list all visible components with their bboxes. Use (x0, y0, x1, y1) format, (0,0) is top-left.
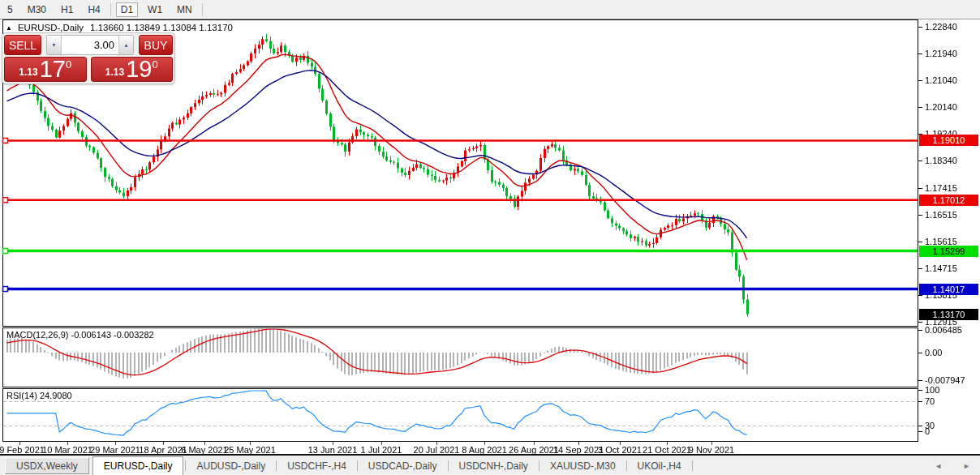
date-axis-label: 6 May 2021 (181, 445, 227, 455)
sell-price-superscript: 0 (66, 59, 71, 70)
price-axis-label: 1.20140 (925, 102, 957, 112)
tab-xauusd-m30[interactable]: XAUUSD-,M30 (539, 456, 626, 475)
timeframe-button-w1[interactable]: W1 (143, 2, 167, 17)
rsi-axis-label: 70 (925, 396, 935, 406)
timeframe-button-5[interactable]: 5 (2, 2, 18, 17)
tab-scroll-left-icon[interactable]: ◄ (935, 462, 942, 470)
buy-button[interactable]: BUY (139, 35, 173, 55)
date-axis-label: 3 Oct 2021 (598, 445, 642, 455)
collapse-triangle-icon[interactable]: ▲ (6, 24, 12, 32)
rsi-indicator-label: RSI(14) 24.9080 (6, 391, 72, 400)
rsi-axis-label: 0 (925, 426, 930, 436)
macd-axis-label: -0.007947 (925, 375, 965, 385)
timeframe-button-h1[interactable]: H1 (56, 2, 78, 17)
buy-price-superscript: 0 (152, 59, 157, 70)
price-axis-label: 1.14715 (925, 263, 957, 273)
tab-usdchf-h4[interactable]: USDCHF-,H4 (277, 456, 357, 475)
level-price-tag: 1.17012 (919, 195, 978, 206)
price-axis-label: 1.16515 (925, 210, 957, 220)
tab-audusd-daily[interactable]: AUDUSD-,Daily (186, 456, 276, 475)
price-axis-label: 1.22840 (925, 22, 957, 32)
price-axis-label: 1.21040 (925, 75, 957, 85)
date-axis-label: 25 May 2021 (224, 445, 276, 455)
sell-button[interactable]: SELL (4, 35, 41, 55)
date-axis-label: 29 Mar 2021 (90, 445, 140, 455)
timeframe-button-d1[interactable]: D1 (116, 2, 138, 17)
buy-price-prefix: 1.13 (105, 64, 124, 80)
date-axis-label: 18 Apr 2021 (139, 445, 187, 455)
current-price-tag: 1.13170 (919, 309, 978, 320)
date-axis-label: 13 Jun 2021 (308, 445, 358, 455)
date-axis-label: 21 Oct 2021 (643, 445, 691, 455)
buy-price-digits: 19 (126, 58, 152, 80)
price-axis-label: 1.21940 (925, 49, 957, 58)
arrow-up-icon: ▲ (123, 42, 129, 48)
date-axis-label: 8 Aug 2021 (462, 445, 507, 455)
volume-increase-button[interactable]: ▲ (118, 36, 133, 54)
tab-scroll-right-icon[interactable]: ► (963, 462, 970, 470)
price-axis-label: 1.18340 (925, 156, 957, 165)
tab-eurusd-daily[interactable]: EURUSD-,Daily (92, 456, 184, 475)
tab-usdcad-daily[interactable]: USDCAD-,Daily (358, 456, 448, 475)
rsi-axis-label: 100 (925, 385, 939, 395)
macd-axis-label: 0.00 (925, 348, 942, 357)
chart-ohlc-values: 1.13660 1.13849 1.13084 1.13170 (90, 23, 233, 32)
tab-ukoil-h4[interactable]: UKOil-,H4 (627, 456, 692, 475)
tab-usdcnh-daily[interactable]: USDCNH-,Daily (449, 456, 539, 475)
macd-axis-label: 0.006485 (925, 325, 962, 335)
price-axis-label: 1.17415 (925, 183, 957, 193)
sell-price-digits: 17 (40, 58, 66, 80)
date-axis-label: 10 Mar 2021 (42, 445, 92, 455)
sell-price-prefix: 1.13 (19, 64, 37, 80)
buy-price-display[interactable]: 1.13190 (91, 57, 174, 82)
tab-divider (692, 460, 693, 471)
timeframe-button-h4[interactable]: H4 (83, 2, 105, 17)
date-axis-label: 20 Jul 2021 (414, 445, 460, 455)
date-axis-label: 1 Jul 2021 (361, 445, 402, 455)
volume-decrease-button[interactable]: ▼ (47, 36, 62, 54)
volume-input[interactable]: 3.00 (62, 36, 118, 54)
date-axis-label: 14 Sep 2021 (553, 445, 604, 455)
chart-title-row: ▲ EURUSD-,Daily 1.13660 1.13849 1.13084 … (6, 23, 233, 32)
timeframe-button-mn[interactable]: MN (172, 2, 197, 17)
level-price-tag: 1.14017 (919, 284, 978, 295)
toolbar-separator (202, 3, 203, 16)
toolbar-separator (110, 3, 111, 16)
volume-spinner: ▼ 3.00 ▲ (46, 35, 134, 55)
arrow-down-icon: ▼ (51, 42, 57, 48)
tab-scroll-controls: ◄► (913, 456, 980, 475)
macd-indicator-label: MACD(12,26,9) -0.006143 -0.003282 (6, 330, 154, 340)
date-axis-label: 19 Feb 2021 (0, 445, 45, 455)
level-price-tag: 1.19010 (919, 135, 978, 146)
timeframe-button-m30[interactable]: M30 (23, 2, 51, 17)
date-axis-label: 26 Aug 2021 (509, 445, 559, 455)
level-price-tag: 1.15299 (919, 246, 978, 257)
symbol-tab-bar: USDX,WeeklyEURUSD-,DailyAUDUSD-,DailyUSD… (0, 456, 980, 475)
tab-usdx-weekly[interactable]: USDX,Weekly (5, 457, 89, 474)
sell-price-display[interactable]: 1.13170 (4, 57, 87, 82)
timeframe-toolbar: 5M30H1H4D1W1MN (0, 0, 980, 19)
one-click-trading-panel: SELL ▼ 3.00 ▲ BUY 1.13170 1.13190 (2, 32, 175, 84)
date-axis-label: 9 Nov 2021 (689, 445, 734, 455)
chart-title: EURUSD-,Daily (18, 23, 84, 32)
